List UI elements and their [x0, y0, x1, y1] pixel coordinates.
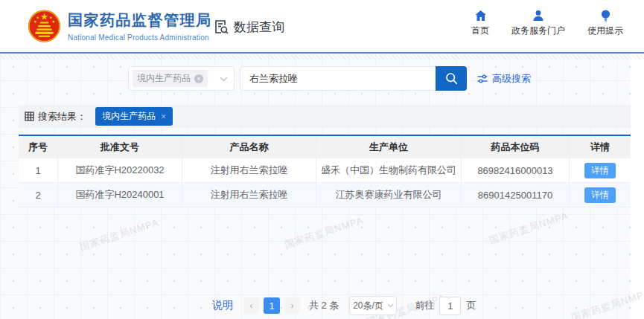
note-link[interactable]: 说明: [212, 299, 233, 312]
chevron-down-icon: [387, 303, 394, 308]
nav-label: 首页: [471, 25, 489, 37]
results-bar: 搜索结果： 境内生产药品 ×: [19, 105, 631, 128]
total-count-label: 共 2 条: [309, 299, 339, 312]
app-title-label: 数据查询: [234, 19, 284, 36]
detail-button[interactable]: 详情: [584, 187, 616, 203]
pagination: 说明 ‹ 1 › 共 2 条 20条/页 前往 页: [212, 296, 476, 315]
filter-tag-close-icon[interactable]: ×: [161, 112, 166, 121]
cell-code: 86901425001170: [462, 183, 570, 207]
chevron-right-icon: ›: [291, 300, 294, 311]
goto-page-input[interactable]: [439, 297, 461, 315]
cell-index: 2: [19, 183, 58, 207]
search-icon: [445, 72, 458, 85]
column-header: 详情: [570, 136, 631, 158]
chevron-left-icon: ‹: [250, 300, 253, 311]
chevron-down-icon: [220, 77, 228, 82]
prev-page-button[interactable]: ‹: [243, 297, 259, 314]
nav-label: 政务服务门户: [511, 25, 565, 37]
bulb-icon: [600, 10, 611, 22]
watermark: 国家药监局NMPA: [488, 209, 570, 247]
page-size-label: 20条/页: [353, 300, 383, 312]
cell-manufacturer: 盛禾（中国）生物制药有限公司: [316, 158, 462, 182]
page: 国家药监局NMPA 国家药监局NMPA 国家药监局NMPA 国家药监局NMPA …: [0, 0, 644, 319]
data-query-icon: [213, 19, 229, 35]
table-row: 1 国药准字H20220032 注射用右兰索拉唑 盛禾（中国）生物制药有限公司 …: [19, 158, 631, 183]
header: 国家药品监督管理局 National Medical Products Admi…: [0, 0, 644, 54]
results-label: 搜索结果：: [38, 110, 86, 123]
column-header: 药品本位码: [462, 136, 570, 158]
app-title: 数据查询: [213, 0, 284, 54]
advanced-search-label: 高级搜索: [492, 72, 531, 86]
user-icon: [532, 10, 544, 22]
results-table: 序号 批准文号 产品名称 生产单位 药品本位码 详情 1 国药准字H202200…: [19, 135, 631, 207]
column-header: 序号: [19, 136, 58, 158]
search-input[interactable]: [240, 66, 436, 91]
goto-label: 前往: [415, 299, 434, 312]
cell-product-name: 注射用右兰索拉唑: [182, 158, 316, 182]
filter-tag: 境内生产药品 ×: [95, 107, 173, 126]
watermark: 国家药监局NMPA: [78, 216, 161, 254]
detail-button[interactable]: 详情: [584, 163, 616, 178]
page-size-select[interactable]: 20条/页: [349, 296, 397, 315]
table-header-row: 序号 批准文号 产品名称 生产单位 药品本位码 详情: [19, 136, 631, 158]
column-header: 批准文号: [58, 136, 182, 158]
column-header: 产品名称: [182, 136, 316, 158]
category-tag: 境内生产药品 ×: [133, 70, 208, 87]
cell-approval-no: 国药准字H20220032: [58, 158, 182, 182]
cell-manufacturer: 江苏奥赛康药业有限公司: [316, 183, 462, 207]
cell-code: 86982416000013: [462, 158, 570, 182]
next-page-button[interactable]: ›: [284, 297, 300, 314]
cell-detail: 详情: [570, 158, 631, 182]
advanced-search-link[interactable]: 高级搜索: [477, 66, 531, 91]
cell-approval-no: 国药准字H20240001: [58, 183, 182, 207]
cell-product-name: 注射用右兰索拉唑: [182, 183, 316, 207]
page-unit-label: 页: [466, 299, 476, 312]
cell-detail: 详情: [570, 183, 631, 207]
org-subtitle: National Medical Products Administration: [68, 33, 212, 42]
national-emblem-icon: [27, 8, 62, 44]
page-number-button[interactable]: 1: [264, 297, 280, 314]
nav-item-home[interactable]: 首页: [471, 10, 489, 37]
brand-logo: 国家药品监督管理局 National Medical Products Admi…: [27, 8, 212, 44]
header-hatch-divider: [0, 55, 644, 59]
grid-icon: [25, 112, 34, 121]
top-nav: 首页 政务服务门户 使用提示: [471, 10, 623, 37]
column-header: 生产单位: [316, 136, 462, 158]
search-button[interactable]: [436, 66, 467, 91]
filter-sliders-icon: [477, 74, 488, 84]
brand-text: 国家药品监督管理局 National Medical Products Admi…: [68, 10, 212, 42]
nav-item-tips[interactable]: 使用提示: [587, 10, 623, 37]
cell-index: 1: [19, 158, 58, 182]
watermark: 国家药监局NMPA: [283, 213, 366, 251]
category-select[interactable]: 境内生产药品 ×: [128, 66, 235, 91]
org-title: 国家药品监督管理局: [68, 10, 212, 30]
tag-clear-icon[interactable]: ×: [194, 74, 203, 83]
watermark: 国家药监局NMPA: [570, 286, 644, 319]
table-row: 2 国药准字H20240001 注射用右兰索拉唑 江苏奥赛康药业有限公司 869…: [19, 183, 631, 207]
home-icon: [474, 10, 487, 22]
nav-item-portal[interactable]: 政务服务门户: [511, 10, 565, 37]
category-tag-label: 境内生产药品: [137, 72, 191, 85]
nav-label: 使用提示: [587, 25, 623, 37]
filter-tag-label: 境内生产药品: [102, 110, 156, 123]
